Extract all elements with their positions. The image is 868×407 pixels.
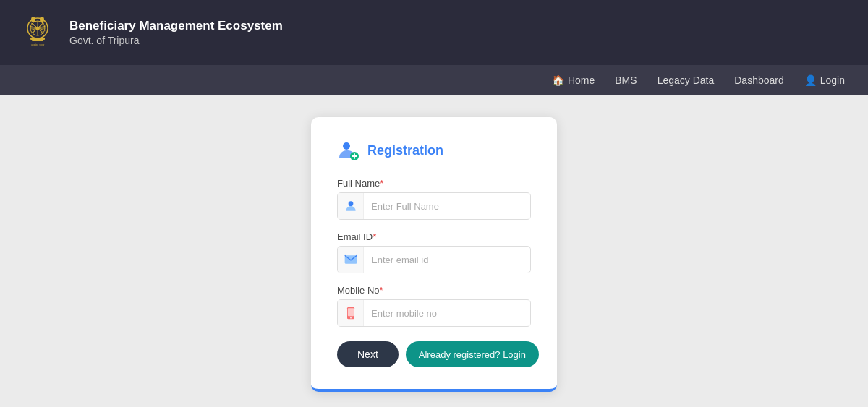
- nav-bms[interactable]: BMS: [615, 74, 637, 86]
- svg-point-12: [40, 17, 44, 22]
- main-content: Registration Full Name* Email ID*: [0, 95, 868, 407]
- card-header: Registration: [337, 139, 531, 162]
- fullname-group: Full Name*: [337, 178, 531, 220]
- next-button[interactable]: Next: [337, 341, 399, 367]
- email-group: Email ID*: [337, 231, 531, 273]
- email-required: *: [373, 231, 376, 242]
- svg-rect-13: [30, 38, 45, 40]
- fullname-label: Full Name*: [337, 178, 531, 189]
- mobile-required: *: [380, 285, 383, 296]
- navbar: 🏠 Home BMS Legacy Data Dashboard 👤 Login: [0, 65, 868, 95]
- mobile-group: Mobile No*: [337, 285, 531, 327]
- app-title: Beneficiary Management Ecosystem: [69, 19, 283, 33]
- mobile-icon: [338, 300, 364, 326]
- card-title: Registration: [367, 143, 443, 158]
- email-label: Email ID*: [337, 231, 531, 242]
- app-subtitle: Govt. of Tripura: [69, 35, 283, 46]
- svg-point-20: [348, 201, 353, 206]
- svg-text:सत्यमेव जयते: सत्यमेव जयते: [30, 43, 45, 47]
- mobile-input[interactable]: [364, 302, 530, 325]
- nav-legacy-data[interactable]: Legacy Data: [658, 74, 715, 86]
- header-left: सत्यमेव जयते Beneficiary Management Ecos…: [17, 12, 283, 53]
- already-registered-button[interactable]: Already registered? Login: [406, 341, 539, 367]
- mobile-label: Mobile No*: [337, 285, 531, 296]
- registration-card: Registration Full Name* Email ID*: [311, 117, 557, 392]
- header: सत्यमेव जयते Beneficiary Management Ecos…: [0, 0, 868, 65]
- nav-dashboard[interactable]: Dashboard: [734, 74, 784, 86]
- header-title: Beneficiary Management Ecosystem Govt. o…: [69, 19, 283, 46]
- svg-point-11: [31, 17, 35, 22]
- svg-rect-23: [347, 308, 353, 316]
- email-icon: [338, 247, 364, 273]
- registration-icon: [337, 139, 360, 162]
- home-icon: 🏠: [552, 74, 564, 86]
- nav-home[interactable]: 🏠 Home: [552, 74, 595, 86]
- emblem-logo: सत्यमेव जयते: [17, 12, 58, 53]
- button-row: Next Already registered? Login: [337, 341, 531, 367]
- nav-login[interactable]: 👤 Login: [804, 74, 845, 86]
- email-input[interactable]: [364, 249, 530, 271]
- fullname-icon: [338, 193, 364, 219]
- fullname-input-wrapper: [337, 192, 531, 220]
- email-input-wrapper: [337, 246, 531, 273]
- svg-point-24: [350, 317, 352, 319]
- fullname-input[interactable]: [364, 195, 530, 218]
- svg-point-16: [343, 142, 350, 150]
- fullname-required: *: [380, 178, 383, 189]
- user-icon: 👤: [804, 74, 817, 86]
- mobile-input-wrapper: [337, 299, 531, 327]
- svg-rect-14: [32, 40, 43, 41]
